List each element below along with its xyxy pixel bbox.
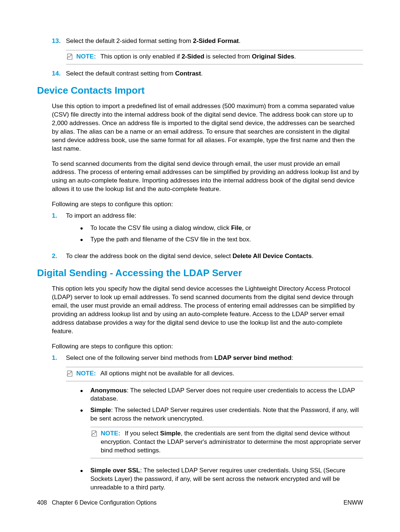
step-text: Select one of the following server bind … (66, 354, 363, 362)
note-block: NOTE:If you select Simple, the credentia… (90, 427, 363, 458)
note-block: NOTE: This option is only enabled if 2-S… (66, 50, 363, 64)
step-number: 1. (52, 212, 66, 248)
bullet-dot: ● (80, 224, 90, 232)
text: is selected from (204, 53, 252, 60)
bullet-text: Type the path and filename of the CSV fi… (90, 235, 363, 244)
note-text: NOTE:If you select Simple, the credentia… (101, 429, 363, 455)
heading-digital-sending-ldap: Digital Sending - Accessing the LDAP Ser… (37, 267, 363, 280)
page: 13. Select the default 2-sided format se… (0, 0, 400, 532)
bullet-dot: ● (80, 387, 90, 404)
bold: Simple (90, 406, 111, 414)
chapter-title: Chapter 6 Device Configuration Options (52, 499, 157, 506)
text: , or (242, 224, 251, 231)
bullet-dot: ● (80, 406, 90, 464)
bullet-text: Simple over SSL: The selected LDAP Serve… (90, 466, 363, 492)
paragraph: Use this option to import a predefined l… (52, 102, 363, 153)
paragraph: Following are steps to configure this op… (52, 342, 363, 351)
note-icon (90, 430, 99, 437)
step-text: To clear the address book on the digital… (66, 252, 363, 261)
note-text: This option is only enabled if 2-Sided i… (100, 53, 363, 61)
list-item: ● Simple: The selected LDAP Server requi… (80, 406, 363, 464)
text: To import an address file: (66, 212, 136, 219)
step-number: 1. (52, 354, 66, 362)
note-label: NOTE: (76, 53, 96, 61)
text: : (291, 354, 293, 361)
step-2: 2. To clear the address book on the digi… (52, 252, 363, 261)
bullet-dot: ● (80, 235, 90, 244)
list-item: ● Anonymous: The selected LDAP Server do… (80, 387, 363, 404)
step-text: To import an address file: ● To locate t… (66, 212, 363, 248)
text: . (312, 252, 314, 260)
ordered-list: 1. To import an address file: ● To locat… (52, 212, 363, 261)
page-number: 408 (37, 499, 47, 506)
bullet-text: To locate the CSV file using a dialog wi… (90, 224, 363, 232)
page-footer: 408 Chapter 6 Device Configuration Optio… (37, 499, 363, 507)
text: . (239, 37, 241, 44)
step-text: Select the default contrast setting from… (66, 70, 363, 78)
bold: Anonymous (90, 387, 127, 394)
note-label: NOTE: (101, 430, 120, 437)
paragraph: Following are steps to configure this op… (52, 200, 363, 209)
bold: Simple over SSL (90, 467, 140, 474)
paragraph: This option lets you specify how the dig… (52, 285, 363, 336)
text: . (294, 53, 296, 60)
bold: Simple (160, 430, 181, 437)
bold: 2-Sided Format (193, 37, 239, 44)
heading-device-contacts-import: Device Contacts Import (37, 84, 363, 97)
main-content: 13. Select the default 2-sided format se… (37, 37, 363, 492)
note-label: NOTE: (76, 369, 96, 378)
text: Select the default contrast setting from (66, 70, 175, 77)
bold: Contrast (175, 70, 201, 77)
note-block: NOTE: All options might not be available… (66, 367, 363, 381)
bold: Delete All Device Contacts (233, 252, 312, 260)
list-item: ● Simple over SSL: The selected LDAP Ser… (80, 466, 363, 492)
text: Select one of the following server bind … (66, 354, 214, 361)
bullet-dot: ● (80, 466, 90, 492)
text: . (201, 70, 203, 77)
note-icon (66, 53, 74, 60)
bold: LDAP server bind method (214, 354, 291, 361)
footer-left: 408 Chapter 6 Device Configuration Optio… (37, 499, 157, 507)
step-number: 2. (52, 252, 66, 261)
step-text: Select the default 2-sided format settin… (66, 37, 363, 46)
step-13: 13. Select the default 2-sided format se… (52, 37, 363, 46)
footer-right: ENWW (344, 499, 363, 507)
bold: File (231, 224, 242, 231)
step-1-ldap: 1. Select one of the following server bi… (52, 354, 363, 362)
step-number: 14. (52, 70, 66, 78)
bold: 2-Sided (181, 53, 204, 60)
text: To clear the address book on the digital… (66, 252, 233, 260)
paragraph: To send scanned documents from the digit… (52, 160, 363, 194)
text: This option is only enabled if (100, 53, 181, 60)
text: If you select (125, 430, 160, 437)
bullet-list: ● Anonymous: The selected LDAP Server do… (66, 387, 363, 492)
text: Select the default 2-sided format settin… (66, 37, 193, 44)
note-text: All options might not be available for a… (100, 369, 363, 378)
step-14: 14. Select the default contrast setting … (52, 70, 363, 78)
note-icon (66, 370, 74, 377)
step-number: 13. (52, 37, 66, 46)
bullet-list: ● To locate the CSV file using a dialog … (66, 224, 363, 244)
text: : The selected LDAP Server requires user… (90, 406, 359, 422)
list-item: ● To locate the CSV file using a dialog … (80, 224, 363, 232)
list-item: ● Type the path and filename of the CSV … (80, 235, 363, 244)
text: To locate the CSV file using a dialog wi… (90, 224, 231, 231)
bold: Original Sides (252, 53, 294, 60)
bullet-text: Anonymous: The selected LDAP Server does… (90, 387, 363, 404)
bullet-text: Simple: The selected LDAP Server require… (90, 406, 363, 464)
step-1: 1. To import an address file: ● To locat… (52, 212, 363, 248)
text: : The selected LDAP Server does not requ… (90, 387, 355, 402)
